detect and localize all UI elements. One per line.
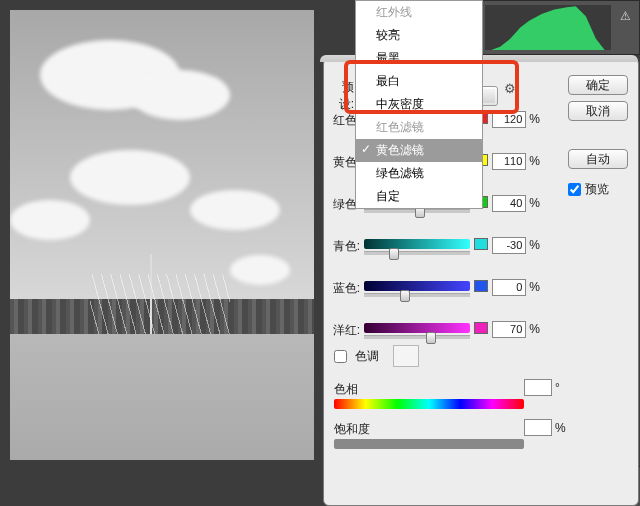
preview-label: 预览: [585, 181, 609, 198]
hue-value[interactable]: [524, 379, 552, 396]
canvas-image: [10, 10, 314, 460]
slider-value[interactable]: 40: [492, 195, 526, 212]
color-swatch[interactable]: [474, 280, 488, 292]
percent-label: %: [529, 279, 540, 294]
slider-label: 蓝色:: [330, 279, 364, 297]
preset-label: 预设:: [328, 79, 354, 113]
saturation-label: 饱和度: [334, 421, 370, 438]
slider-track[interactable]: [364, 239, 470, 249]
slider-value[interactable]: -30: [492, 237, 526, 254]
saturation-slider[interactable]: [334, 439, 524, 449]
hue-label: 色相: [334, 381, 358, 398]
percent-label: %: [529, 195, 540, 210]
tint-label: 色调: [355, 348, 379, 365]
saturation-value[interactable]: [524, 419, 552, 436]
preview-checkbox[interactable]: [568, 183, 581, 196]
menu-item[interactable]: 最黑: [356, 47, 482, 70]
slider-label: 青色:: [330, 237, 364, 255]
slider-knob[interactable]: [389, 248, 399, 260]
slider-knob[interactable]: [426, 332, 436, 344]
slider-track[interactable]: [364, 281, 470, 291]
percent-label: %: [529, 153, 540, 168]
menu-item[interactable]: 红色滤镜: [356, 116, 482, 139]
percent-label: %: [529, 321, 540, 336]
percent-label: %: [529, 237, 540, 252]
tint-checkbox[interactable]: [334, 350, 347, 363]
svg-marker-0: [485, 6, 611, 50]
auto-button[interactable]: 自动: [568, 149, 628, 169]
percent-label: %: [529, 111, 540, 126]
histogram-warning-icon[interactable]: ⚠: [620, 9, 631, 23]
slider-groove[interactable]: [364, 251, 470, 255]
slider-track[interactable]: [364, 323, 470, 333]
slider-row: 蓝色:0%: [330, 279, 540, 307]
slider-groove[interactable]: [364, 209, 470, 213]
saturation-unit: %: [555, 421, 566, 435]
ok-button[interactable]: 确定: [568, 75, 628, 95]
tint-swatch[interactable]: [393, 345, 419, 367]
histogram-panel: ⚠: [480, 0, 640, 55]
slider-value[interactable]: 120: [492, 111, 526, 128]
menu-item[interactable]: 黄色滤镜: [356, 139, 482, 162]
slider-label: 洋红:: [330, 321, 364, 339]
slider-row: 青色:-30%: [330, 237, 540, 265]
slider-value[interactable]: 110: [492, 153, 526, 170]
slider-groove[interactable]: [364, 293, 470, 297]
slider-value[interactable]: 70: [492, 321, 526, 338]
hue-slider[interactable]: [334, 399, 524, 409]
menu-item[interactable]: 绿色滤镜: [356, 162, 482, 185]
slider-knob[interactable]: [400, 290, 410, 302]
menu-item[interactable]: 红外线: [356, 1, 482, 24]
cancel-button[interactable]: 取消: [568, 101, 628, 121]
hue-unit: °: [555, 381, 560, 395]
menu-item[interactable]: 最白: [356, 70, 482, 93]
color-swatch[interactable]: [474, 322, 488, 334]
menu-item[interactable]: 较亮: [356, 24, 482, 47]
preset-menu: 红外线较亮最黑最白中灰密度红色滤镜黄色滤镜绿色滤镜自定: [355, 0, 483, 209]
preset-gear-icon[interactable]: ⚙: [504, 81, 520, 97]
menu-item[interactable]: 自定: [356, 185, 482, 208]
slider-groove[interactable]: [364, 335, 470, 339]
slider-value[interactable]: 0: [492, 279, 526, 296]
color-swatch[interactable]: [474, 238, 488, 250]
menu-item[interactable]: 中灰密度: [356, 93, 482, 116]
histogram-chart: [485, 5, 611, 50]
